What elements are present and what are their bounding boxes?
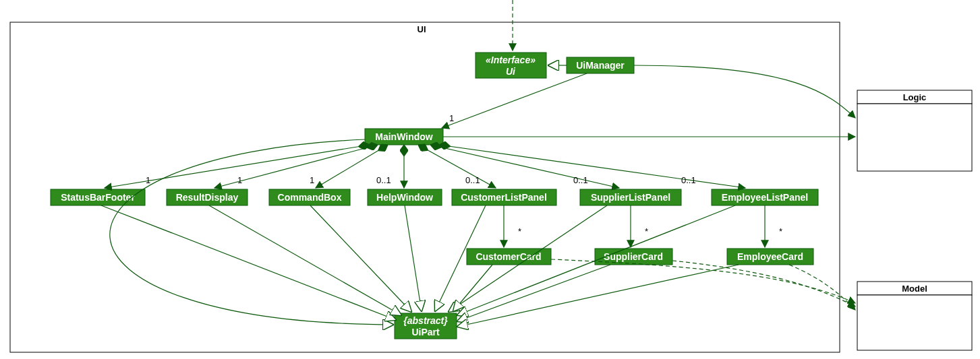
- svg-text:StatusBarFooter: StatusBarFooter: [61, 192, 135, 203]
- dep-employeecard-model: [789, 265, 855, 310]
- svg-text:EmployeeCard: EmployeeCard: [737, 251, 803, 262]
- svg-text:0..1: 0..1: [681, 175, 696, 185]
- svg-text:{abstract}: {abstract}: [403, 315, 448, 326]
- svg-text:1: 1: [146, 175, 150, 185]
- gen-commandbox-uipart: [310, 205, 411, 312]
- svg-text:CommandBox: CommandBox: [278, 192, 342, 203]
- svg-text:CustomerListPanel: CustomerListPanel: [461, 192, 547, 203]
- package-logic: Logic: [857, 90, 972, 171]
- class-employee-card: EmployeeCard: [727, 249, 813, 265]
- svg-text:0..1: 0..1: [376, 175, 391, 185]
- mult-mainwindow: 1: [449, 113, 454, 123]
- class-ui-interface: «Interface» Ui: [475, 53, 546, 78]
- svg-text:0..1: 0..1: [573, 175, 588, 185]
- gen-suppliercard-uipart: [457, 265, 610, 321]
- svg-text:1: 1: [310, 175, 314, 185]
- svg-text:0..1: 0..1: [465, 175, 480, 185]
- class-help-window: HelpWindow: [368, 189, 442, 205]
- class-employee-list-panel: EmployeeListPanel: [712, 189, 818, 205]
- gen-resultdisplay-uipart: [209, 205, 401, 315]
- class-supplier-list-panel: SupplierListPanel: [580, 189, 681, 205]
- model-label: Model: [902, 284, 927, 294]
- svg-text:EmployeeListPanel: EmployeeListPanel: [722, 192, 808, 203]
- ui-name: Ui: [506, 66, 516, 77]
- assoc-uimanager-mainwindow: [442, 73, 587, 128]
- main-window-label: MainWindow: [375, 131, 433, 142]
- gen-customercard-uipart: [453, 265, 492, 311]
- logic-label: Logic: [903, 92, 927, 102]
- class-status-bar-footer: StatusBarFooter: [51, 189, 145, 205]
- svg-text:*: *: [645, 226, 648, 236]
- package-ui-label: UI: [417, 24, 426, 34]
- svg-text:1: 1: [237, 175, 242, 185]
- gen-employeecard-uipart: [457, 265, 739, 327]
- ui-stereotype: «Interface»: [486, 55, 536, 65]
- svg-text:ResultDisplay: ResultDisplay: [176, 192, 239, 203]
- ui-manager-label: UiManager: [576, 60, 625, 71]
- class-ui-manager: UiManager: [567, 57, 634, 73]
- class-customer-card: CustomerCard: [467, 249, 551, 265]
- svg-text:SupplierCard: SupplierCard: [604, 251, 663, 262]
- dep-suppliercard-model: [672, 261, 855, 306]
- package-ui-frame: [10, 22, 840, 352]
- svg-text:UiPart: UiPart: [411, 327, 440, 337]
- svg-text:*: *: [518, 226, 521, 236]
- svg-text:*: *: [779, 226, 782, 236]
- package-model: Model: [857, 282, 972, 350]
- svg-text:SupplierListPanel: SupplierListPanel: [591, 192, 670, 203]
- class-main-window: MainWindow: [365, 129, 443, 145]
- class-result-display: ResultDisplay: [167, 189, 248, 205]
- uml-diagram: UI Logic Model «Interface» Ui UiManager …: [0, 0, 980, 359]
- svg-rect-1: [857, 104, 972, 171]
- class-command-box: CommandBox: [269, 189, 350, 205]
- svg-text:CustomerCard: CustomerCard: [475, 251, 541, 262]
- svg-rect-3: [857, 295, 972, 350]
- dep-customercard-model: [551, 259, 855, 303]
- assoc-uimanager-logic: [634, 65, 855, 118]
- class-customer-list-panel: CustomerListPanel: [452, 189, 556, 205]
- gen-statusbar-uipart: [101, 205, 396, 320]
- gen-helpwindow-uipart: [405, 205, 422, 311]
- class-ui-part: {abstract} UiPart: [395, 313, 457, 339]
- svg-text:HelpWindow: HelpWindow: [376, 192, 433, 203]
